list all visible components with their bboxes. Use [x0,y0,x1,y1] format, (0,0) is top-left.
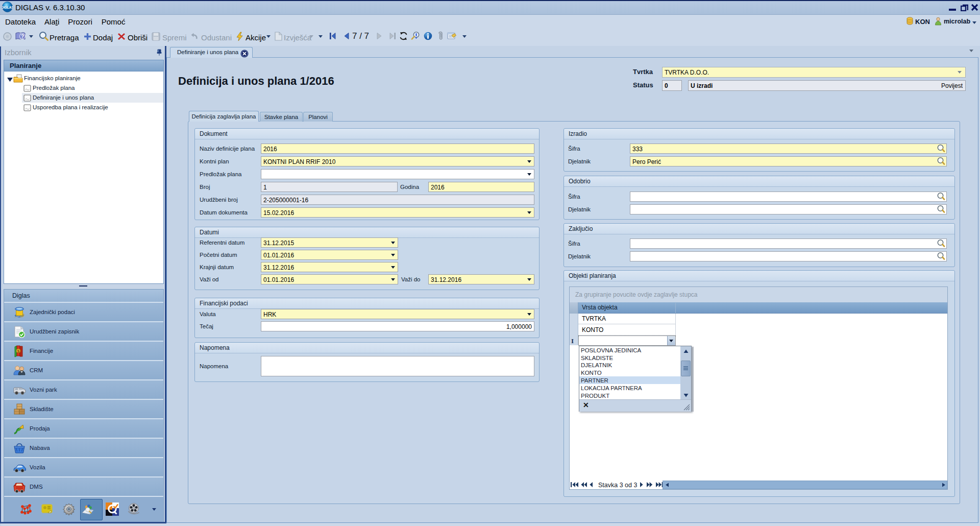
svg-text:?: ? [21,34,24,39]
svg-text:$: $ [17,349,20,353]
svg-text:Stavka 3 od 3: Stavka 3 od 3 [598,482,637,489]
svg-text:DIGLAS: DIGLAS [2,6,13,9]
